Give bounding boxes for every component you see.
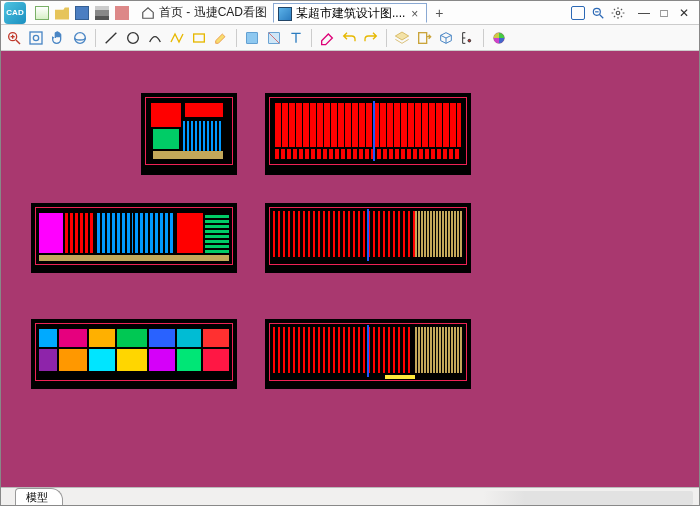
- drawing-plan-4: [265, 203, 471, 273]
- circle-tool-icon[interactable]: [124, 29, 142, 47]
- app-icon: CAD: [4, 2, 26, 24]
- svg-rect-17: [419, 32, 427, 43]
- tab-model[interactable]: 模型: [15, 488, 63, 505]
- erase-tool-icon[interactable]: [318, 29, 336, 47]
- new-tab-button[interactable]: +: [427, 5, 451, 21]
- arc-tool-icon[interactable]: [146, 29, 164, 47]
- tab-home[interactable]: 首页 - 迅捷CAD看图: [135, 4, 273, 21]
- svg-point-10: [75, 32, 86, 43]
- drawing-plan-2: [265, 93, 471, 175]
- box3d-icon[interactable]: [437, 29, 455, 47]
- svg-rect-8: [30, 32, 42, 44]
- tab-close-button[interactable]: ×: [409, 7, 420, 21]
- drawing-plan-3: [31, 203, 237, 273]
- close-file-icon[interactable]: [115, 6, 129, 20]
- export-icon[interactable]: [415, 29, 433, 47]
- home-tab-label: 首页 - 迅捷CAD看图: [159, 4, 267, 21]
- polyline-tool-icon[interactable]: [168, 29, 186, 47]
- layer-off-icon[interactable]: [265, 29, 283, 47]
- window-close-button[interactable]: ✕: [675, 6, 693, 20]
- main-toolbar: [1, 25, 699, 51]
- svg-point-3: [616, 11, 620, 15]
- undo-icon[interactable]: [340, 29, 358, 47]
- drawing-plan-5: [31, 319, 237, 389]
- svg-point-18: [468, 39, 471, 42]
- svg-line-1: [600, 14, 604, 18]
- home-icon: [141, 6, 155, 20]
- print-icon[interactable]: [95, 6, 109, 20]
- svg-line-11: [106, 32, 117, 43]
- svg-rect-13: [194, 34, 205, 42]
- quick-toolbar: [29, 6, 135, 20]
- text-tool-icon[interactable]: [287, 29, 305, 47]
- layer-icon[interactable]: [243, 29, 261, 47]
- pan-icon[interactable]: [49, 29, 67, 47]
- display-mode-icon[interactable]: [571, 6, 585, 20]
- open-file-icon[interactable]: [55, 6, 69, 20]
- window-maximize-button[interactable]: □: [655, 6, 673, 20]
- svg-point-9: [33, 35, 38, 40]
- save-file-icon[interactable]: [75, 6, 89, 20]
- rectangle-tool-icon[interactable]: [190, 29, 208, 47]
- document-icon: [278, 7, 292, 21]
- new-file-icon[interactable]: [35, 6, 49, 20]
- settings-icon[interactable]: [611, 6, 625, 20]
- status-bar-hint: [483, 491, 693, 505]
- zoom-extents-icon[interactable]: [27, 29, 45, 47]
- window-minimize-button[interactable]: —: [635, 6, 653, 20]
- svg-point-12: [128, 32, 139, 43]
- redo-icon[interactable]: [362, 29, 380, 47]
- zoom-out-icon[interactable]: [591, 6, 605, 20]
- svg-line-5: [16, 40, 20, 44]
- svg-rect-14: [247, 32, 258, 43]
- measure-icon[interactable]: [459, 29, 477, 47]
- tab-document-active[interactable]: 某超市建筑设计图.... ×: [273, 3, 427, 23]
- layers-panel-icon[interactable]: [393, 29, 411, 47]
- highlight-tool-icon[interactable]: [212, 29, 230, 47]
- document-tab-label: 某超市建筑设计图....: [296, 5, 405, 22]
- color-wheel-icon[interactable]: [490, 29, 508, 47]
- zoom-window-icon[interactable]: [5, 29, 23, 47]
- line-tool-icon[interactable]: [102, 29, 120, 47]
- drawing-plan-6: [265, 319, 471, 389]
- drawing-canvas[interactable]: [1, 51, 699, 487]
- drawing-plan-1: [141, 93, 237, 175]
- orbit-icon[interactable]: [71, 29, 89, 47]
